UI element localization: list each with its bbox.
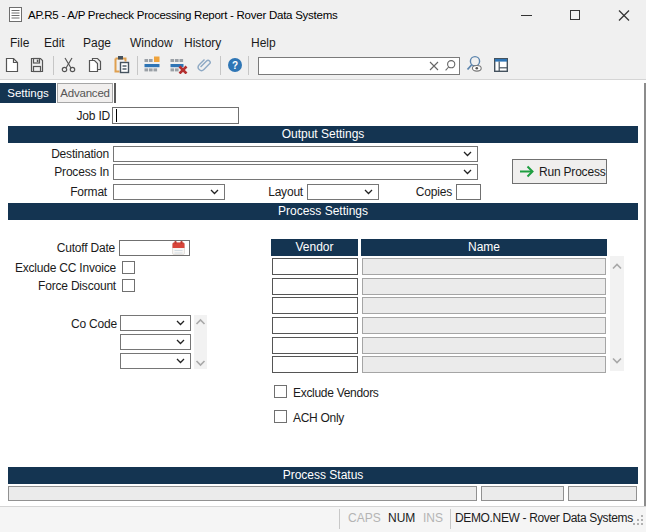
svg-text:?: ? xyxy=(232,60,238,71)
